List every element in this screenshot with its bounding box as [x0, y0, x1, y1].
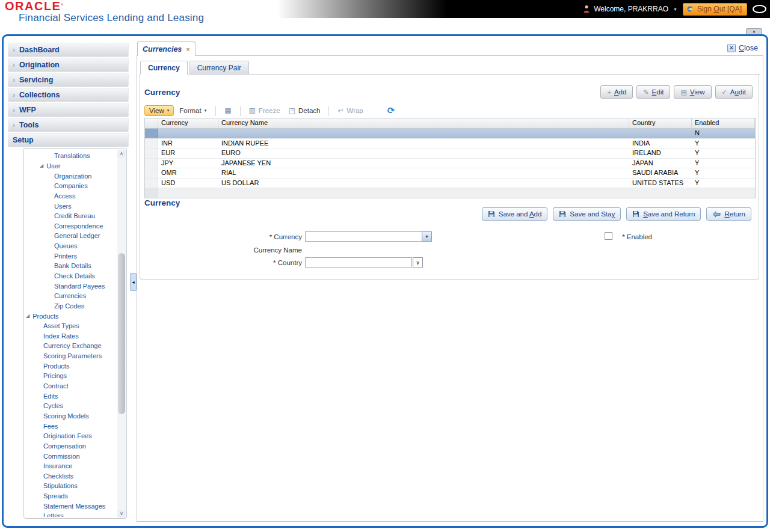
table-row[interactable]: EUR EURO IRELAND Y [145, 148, 755, 159]
format-menu-button[interactable]: Format▾ [175, 106, 211, 115]
tab-close-icon[interactable]: × [186, 46, 189, 53]
save-and-stay-button[interactable]: Save and Stay [553, 207, 621, 221]
scroll-down-button[interactable]: ∨ [117, 510, 126, 518]
freeze-button[interactable]: ▥Freeze [245, 105, 284, 116]
close-button[interactable]: × Close [727, 44, 758, 52]
filter-grid-icon: ▦ [224, 106, 231, 115]
tree-item-correspondence[interactable]: Correspondence [24, 221, 117, 231]
refresh-button[interactable]: ⟳ [387, 105, 395, 116]
table-row-selected[interactable]: N [145, 129, 755, 139]
sidebar-item-dashboard[interactable]: ›DashBoard [8, 43, 129, 57]
sidebar-splitter[interactable]: ◄ [131, 36, 135, 526]
tree-item-edits[interactable]: Edits [24, 391, 117, 401]
return-arrow-icon [712, 211, 721, 218]
save-and-return-button[interactable]: Save and Return [626, 207, 701, 221]
query-by-example-button[interactable]: ▦ [221, 105, 235, 116]
table-row[interactable]: USD US DOLLAR UNITED STATES Y [145, 179, 755, 189]
tree-item-spreads[interactable]: Spreads [24, 491, 117, 501]
column-header-country[interactable]: Country [629, 118, 692, 128]
country-input[interactable] [305, 257, 412, 268]
detach-button[interactable]: ◳Detach [285, 105, 324, 116]
splitter-collapse-handle[interactable]: ◄ [130, 273, 137, 291]
tree-item-fees[interactable]: Fees [24, 421, 117, 431]
sidebar-item-collections[interactable]: ›Collections [8, 88, 129, 102]
table-row[interactable]: OMR RIAL SAUDI ARABIA Y [145, 168, 755, 179]
tree-item-zip-codes[interactable]: Zip Codes [24, 301, 117, 311]
grid-toolbar: View▾ Format▾ ▦ ▥Freeze ◳Detach ↵Wrap ⟳ [144, 103, 753, 118]
tree-scrollbar[interactable]: ∧ ∨ [117, 150, 126, 518]
column-header-enabled[interactable]: Enabled [692, 118, 755, 128]
scrollbar-thumb[interactable] [118, 253, 125, 414]
panel-collapse-handle[interactable]: ▲ [746, 28, 762, 34]
edit-button[interactable]: ✎Edit [636, 85, 670, 99]
tree-item-currencies[interactable]: Currencies [24, 291, 117, 301]
sidebar-item-tools[interactable]: ›Tools [8, 118, 129, 132]
sidebar-item-servicing[interactable]: ›Servicing [8, 73, 129, 87]
tree-expanded-icon[interactable]: ◢ [40, 163, 43, 168]
tree-item-check-details[interactable]: Check Details [24, 271, 117, 281]
user-area: Welcome, PRAKRRAO ▼ Sign Out [QA] [583, 2, 766, 16]
tree-item-translations[interactable]: Translations [24, 151, 117, 161]
tree-item-checklists[interactable]: Checklists [24, 471, 117, 482]
currency-input[interactable] [305, 231, 422, 242]
column-header-currency-name[interactable]: Currency Name [218, 118, 629, 128]
tree-item-contract[interactable]: Contract [24, 381, 117, 391]
column-header-currency[interactable]: Currency [158, 118, 218, 128]
wrap-button[interactable]: ↵Wrap [334, 105, 366, 116]
session-status-icon[interactable] [753, 5, 766, 13]
tree-item-statement-messages[interactable]: Statement Messages [24, 501, 117, 511]
audit-button[interactable]: ✓Audit [715, 85, 753, 99]
return-button[interactable]: Return [706, 207, 751, 221]
tree-item-bank-details[interactable]: Bank Details [24, 261, 117, 271]
tree-item-insurance[interactable]: Insurance [24, 461, 117, 471]
tree-item-standard-payees[interactable]: Standard Payees [24, 281, 117, 291]
tree-item-access[interactable]: Access [24, 191, 117, 201]
tree-item-printers[interactable]: Printers [24, 251, 117, 261]
sign-out-button[interactable]: Sign Out [QA] [683, 3, 747, 16]
tree-item-currency-exchange[interactable]: Currency Exchange [24, 341, 117, 351]
tree-item-organization[interactable]: Organization [24, 171, 117, 181]
tree-item-letters[interactable]: Letters [24, 511, 117, 517]
tree-item-user[interactable]: ◢User [24, 161, 117, 171]
tree-item-index-rates[interactable]: Index Rates [24, 331, 117, 341]
table-row[interactable]: INR INDIAN RUPEE INDIA Y [145, 139, 755, 149]
tree-item-products[interactable]: Products [24, 361, 117, 371]
tree-item-commission[interactable]: Commission [24, 451, 117, 461]
add-button[interactable]: +Add [600, 85, 633, 99]
tree-item-companies[interactable]: Companies [24, 181, 117, 191]
form-section-title: Currency [144, 198, 180, 207]
scroll-up-button[interactable]: ∧ [117, 150, 126, 157]
tree-item-queues[interactable]: Queues [24, 241, 117, 251]
tree-item-compensation[interactable]: Compensation [24, 441, 117, 451]
view-menu-button[interactable]: View▾ [144, 105, 174, 116]
welcome-menu[interactable]: Welcome, PRAKRRAO ▼ [583, 5, 677, 13]
tab-currency[interactable]: Currency [140, 61, 188, 75]
tab-currencies[interactable]: Currencies × [137, 41, 196, 56]
sidebar-item-origination[interactable]: ›Origination [8, 58, 129, 72]
tree-item-pricings[interactable]: Pricings [24, 371, 117, 381]
tree-item-general-ledger[interactable]: General Ledger [24, 231, 117, 241]
sidebar-item-setup[interactable]: Setup [8, 133, 129, 147]
tree-item-credit-bureau[interactable]: Credit Bureau [24, 211, 117, 221]
chevron-right-icon: › [13, 107, 15, 113]
scroll-down-icon: ∨ [120, 511, 123, 516]
tree-item-stipulations[interactable]: Stipulations [24, 481, 117, 491]
close-label: Close [739, 44, 758, 52]
sidebar-item-wfp[interactable]: ›WFP [8, 103, 129, 117]
tree-item-asset-types[interactable]: Asset Types [24, 321, 117, 331]
country-dropdown-button[interactable]: ∨ [413, 257, 423, 268]
tree-item-products-group[interactable]: ◢Products [24, 311, 117, 321]
tree-item-scoring-models[interactable]: Scoring Models [24, 411, 117, 421]
table-row[interactable]: JPY JAPANESE YEN JAPAN Y [145, 159, 755, 169]
save-and-add-button[interactable]: Save and Add [482, 207, 548, 221]
grid-section-title: Currency [144, 88, 180, 97]
tree-item-origination-fees[interactable]: Origination Fees [24, 431, 117, 441]
enabled-checkbox[interactable] [605, 232, 612, 240]
currency-dropdown-button[interactable]: ▼ [422, 231, 432, 242]
view-button[interactable]: ▤View [674, 85, 711, 99]
tree-item-cycles[interactable]: Cycles [24, 401, 117, 411]
tab-currency-pair[interactable]: Currency Pair [189, 61, 249, 74]
tree-item-scoring-parameters[interactable]: Scoring Parameters [24, 351, 117, 361]
tree-expanded-icon[interactable]: ◢ [26, 313, 29, 319]
tree-item-users[interactable]: Users [24, 201, 117, 211]
